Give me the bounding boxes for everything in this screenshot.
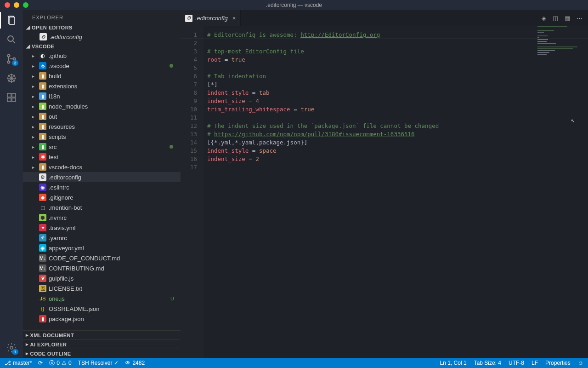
file-tree: ▸◐.github▸⬘.vscode▸▮build▸▮extensions▸▮i… bbox=[23, 51, 181, 330]
extensions-icon[interactable] bbox=[6, 92, 17, 103]
file-label: test bbox=[49, 154, 58, 161]
folder-item[interactable]: ▸▮i18n bbox=[23, 91, 181, 101]
scm-badge: 3 bbox=[12, 60, 18, 66]
explorer-icon[interactable] bbox=[6, 15, 17, 26]
code-content: # EditorConfig is awesome: http://Editor… bbox=[204, 26, 439, 358]
language-status[interactable]: Properties bbox=[545, 360, 571, 366]
xml-document-section[interactable]: ▸XML DOCUMENT bbox=[23, 330, 181, 339]
editor-tab[interactable]: ⚙ .editorconfig × bbox=[181, 10, 241, 26]
scm-icon[interactable]: 3 bbox=[6, 53, 17, 64]
svg-point-16 bbox=[10, 346, 13, 349]
tab-bar: ⚙ .editorconfig × ◈ ◫ ▦ ⋯ bbox=[181, 10, 588, 26]
folder-item[interactable]: ▸▮node_modules bbox=[23, 101, 181, 111]
file-item[interactable]: ⬢.nvmrc bbox=[23, 213, 181, 223]
close-tab-icon[interactable]: × bbox=[232, 15, 236, 22]
file-icon: ▮ bbox=[39, 103, 46, 110]
file-item[interactable]: ⚿LICENSE.txt bbox=[23, 283, 181, 293]
eol-status[interactable]: LF bbox=[531, 360, 538, 366]
file-item[interactable]: ❦gulpfile.js bbox=[23, 273, 181, 283]
file-label: gulpfile.js bbox=[49, 275, 74, 282]
chevron-icon: ▸ bbox=[32, 155, 37, 160]
maximize-window-button[interactable] bbox=[23, 2, 28, 8]
encoding-status[interactable]: UTF-8 bbox=[509, 360, 524, 366]
tab-size-status[interactable]: Tab Size: 4 bbox=[474, 360, 501, 366]
file-label: .travis.yml bbox=[49, 224, 76, 231]
file-item[interactable]: ✦.travis.yml bbox=[23, 223, 181, 233]
activity-bar: 3 1 bbox=[0, 10, 23, 358]
folder-item[interactable]: ▸▮vscode-docs bbox=[23, 162, 181, 172]
code-outline-section[interactable]: ▸CODE OUTLINE bbox=[23, 349, 181, 358]
folder-item[interactable]: ▸▮scripts bbox=[23, 132, 181, 142]
folder-item[interactable]: ▸▮out bbox=[23, 111, 181, 121]
file-icon: ▮ bbox=[39, 113, 46, 120]
folder-item[interactable]: ▸▮extensions bbox=[23, 81, 181, 91]
file-icon: ⚿ bbox=[39, 285, 46, 292]
split-editor-icon[interactable]: ◫ bbox=[553, 15, 558, 22]
ai-explorer-section[interactable]: ▸AI EXPLORER bbox=[23, 339, 181, 349]
file-icon: ▮ bbox=[39, 133, 46, 140]
close-window-button[interactable] bbox=[5, 2, 10, 8]
folder-item[interactable]: ▸▮src bbox=[23, 142, 181, 152]
diff-icon[interactable]: ◈ bbox=[542, 15, 546, 22]
file-item[interactable]: {}OSSREADME.json bbox=[23, 304, 181, 314]
file-icon: ⬘ bbox=[39, 62, 46, 69]
minimap[interactable] bbox=[537, 26, 588, 118]
file-item[interactable]: ◆.gitignore bbox=[23, 192, 181, 202]
file-item[interactable]: ◉.eslintrc bbox=[23, 182, 181, 192]
folder-item[interactable]: ▸⬘.vscode bbox=[23, 61, 181, 71]
minimize-window-button[interactable] bbox=[14, 2, 19, 8]
cursor-position-status[interactable]: Ln 1, Col 1 bbox=[440, 360, 467, 366]
file-item[interactable]: M↓CODE_OF_CONDUCT.md bbox=[23, 253, 181, 263]
chevron-icon: ▸ bbox=[32, 84, 37, 89]
modified-indicator bbox=[170, 64, 173, 68]
file-item[interactable]: ◉appveyor.yml bbox=[23, 243, 181, 253]
settings-icon[interactable]: 1 bbox=[6, 342, 17, 353]
svg-point-4 bbox=[8, 55, 10, 57]
more-icon[interactable]: ⋯ bbox=[577, 15, 582, 22]
editorconfig-icon: ⚙ bbox=[185, 15, 192, 22]
workspace-header[interactable]: ◢VSCODE bbox=[23, 42, 181, 51]
problems-status[interactable]: ⓧ 0 ⚠ 0 bbox=[49, 359, 71, 367]
chevron-icon: ▸ bbox=[32, 94, 37, 99]
file-item[interactable]: ▢.mention-bot bbox=[23, 202, 181, 213]
layout-icon[interactable]: ▦ bbox=[565, 15, 570, 22]
feedback-icon[interactable]: ☺ bbox=[578, 360, 583, 366]
file-item[interactable]: ▮package.json bbox=[23, 314, 181, 324]
svg-point-5 bbox=[8, 61, 10, 63]
chevron-icon: ▸ bbox=[32, 165, 37, 170]
file-item[interactable]: ⚙.editorconfig bbox=[23, 172, 181, 182]
window-title: .editorconfig — vscode bbox=[266, 2, 322, 8]
titlebar: .editorconfig — vscode bbox=[0, 0, 588, 10]
search-icon[interactable] bbox=[6, 34, 17, 45]
file-item[interactable]: ⚘.yarnrc bbox=[23, 233, 181, 243]
file-label: OSSREADME.json bbox=[49, 305, 100, 312]
open-editor-item[interactable]: ⚙ .editorconfig bbox=[23, 32, 181, 42]
file-item[interactable]: JSone.jsU bbox=[23, 293, 181, 304]
folder-item[interactable]: ▸▮build bbox=[23, 71, 181, 81]
folder-item[interactable]: ▸✱test bbox=[23, 152, 181, 162]
file-item[interactable]: M↓CONTRIBUTING.md bbox=[23, 263, 181, 273]
file-label: build bbox=[49, 73, 61, 80]
editor-actions: ◈ ◫ ▦ ⋯ bbox=[542, 10, 588, 26]
code-editor[interactable]: 1234567891011121314151617 # EditorConfig… bbox=[181, 26, 588, 358]
folder-item[interactable]: ▸▮resources bbox=[23, 121, 181, 132]
views-status[interactable]: 👁 2482 bbox=[125, 360, 145, 366]
file-icon: ▮ bbox=[39, 315, 46, 322]
file-icon: ❦ bbox=[39, 275, 46, 282]
file-label: LICENSE.txt bbox=[49, 285, 82, 292]
file-icon: ◆ bbox=[39, 194, 46, 201]
branch-status[interactable]: ⎇ master* bbox=[5, 360, 32, 366]
file-icon: ◉ bbox=[39, 244, 46, 252]
file-icon: ⚙ bbox=[39, 173, 46, 181]
chevron-icon: ▸ bbox=[32, 53, 37, 58]
editor-area: ⚙ .editorconfig × ◈ ◫ ▦ ⋯ 12345678910111… bbox=[181, 10, 588, 358]
tsh-resolver-status[interactable]: TSH Resolver ✓ bbox=[78, 360, 119, 366]
debug-icon[interactable] bbox=[6, 73, 17, 84]
open-editors-header[interactable]: ◢OPEN EDITORS bbox=[23, 23, 181, 32]
file-label: .vscode bbox=[49, 63, 69, 69]
folder-item[interactable]: ▸◐.github bbox=[23, 51, 181, 61]
chevron-icon: ▸ bbox=[32, 74, 37, 79]
sync-status[interactable]: ⟳ bbox=[38, 360, 43, 366]
file-icon: M↓ bbox=[39, 264, 46, 272]
svg-rect-15 bbox=[12, 98, 16, 102]
